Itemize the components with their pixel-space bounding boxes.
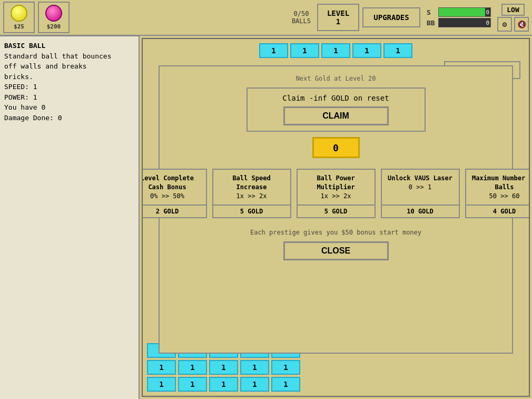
settings-area: LOW ⚙ 🔇 [497, 4, 529, 32]
bottom-brick[interactable]: 1 [147, 377, 176, 392]
bricks-top-row: 11111 [143, 39, 529, 58]
money-bar-fill [439, 8, 485, 16]
close-button[interactable]: CLOSE [283, 241, 389, 260]
ball2-price: $200 [47, 23, 61, 30]
upgrade-price-1: 5 GOLD [213, 205, 290, 217]
prestige-modal: Next Gold at Level 20 Claim -inf GOLD on… [159, 65, 513, 354]
bottom-brick[interactable]: 1 [240, 377, 269, 392]
top-brick[interactable]: 1 [259, 43, 288, 58]
ball-title: BASIC BALL [4, 41, 134, 51]
bottom-brick[interactable]: 1 [209, 377, 238, 392]
claim-box: Claim -inf GOLD on reset CLAIM [247, 87, 426, 132]
level-box: LEVEL 1 [317, 4, 359, 31]
money-row: S 0 [427, 7, 491, 17]
game-area: 11111 PRESTIGE Next Gold at Level 20 Cla… [142, 38, 530, 397]
bonus-text: Each prestige gives you $50 bonus start … [250, 229, 421, 236]
bb-label: BB [427, 19, 436, 27]
icon-row: ⚙ 🔇 [497, 17, 529, 32]
bottom-brick[interactable]: 1 [271, 377, 300, 392]
settings-icon-button[interactable]: ⚙ [497, 17, 512, 32]
sound-icon-button[interactable]: 🔇 [514, 17, 529, 32]
quality-badge: LOW [501, 4, 524, 16]
pink-ball-icon [45, 5, 62, 22]
money-bar: 0 [438, 7, 491, 17]
bb-value: 0 [486, 18, 489, 28]
top-brick[interactable]: 1 [321, 43, 350, 58]
ball-desc3: bricks. [4, 72, 134, 82]
money-label: S [427, 8, 436, 16]
bottom-brick-row-2: 11111 [147, 377, 300, 392]
balls-label: BALLS [292, 17, 311, 25]
money-area: S 0 BB 0 [427, 7, 491, 27]
yellow-ball-icon [11, 5, 27, 22]
gold-display: 0 [312, 137, 360, 158]
claim-text: Claim -inf GOLD on reset [258, 94, 414, 102]
upgrade-price-4: 4 GOLD [466, 205, 530, 217]
top-bar: $25 $200 0/50 BALLS LEVEL 1 UPGRADES S 0… [0, 0, 532, 36]
ball-damage: Damage Done: 0 [4, 113, 134, 123]
upgrade-desc-0: Level Complete Cash Bonus0% >> 50% [142, 170, 206, 205]
upgrade-card-1[interactable]: Ball Speed Increase1x >> 2x5 GOLD [212, 169, 291, 218]
ball-speed: SPEED: 1 [4, 82, 134, 92]
upgrade-desc-3: Unlock VAUS Laser0 >> 1 [385, 170, 456, 205]
bottom-brick[interactable]: 1 [178, 360, 207, 375]
bb-bar: 0 [438, 18, 491, 27]
upgrade-card-2[interactable]: Ball Power Multiplier1x >> 2x5 GOLD [297, 169, 376, 218]
upgrade-desc-4: Maximum Number of Balls50 >> 60 [466, 170, 530, 205]
bottom-brick[interactable]: 1 [209, 360, 238, 375]
upgrade-desc-1: Ball Speed Increase1x >> 2x [213, 170, 290, 205]
upgrade-desc-2: Ball Power Multiplier1x >> 2x [298, 170, 375, 205]
upgrades-row: Level Complete Cash Bonus0% >> 50%2 GOLD… [142, 163, 530, 223]
upgrades-button[interactable]: UPGRADES [362, 7, 420, 27]
upgrade-card-0[interactable]: Level Complete Cash Bonus0% >> 50%2 GOLD [142, 169, 207, 218]
bottom-brick[interactable]: 1 [147, 360, 176, 375]
upgrade-card-3[interactable]: Unlock VAUS Laser0 >> 110 GOLD [381, 169, 460, 218]
level-value: 1 [336, 17, 340, 26]
ball-count-area: 0/50 BALLS [292, 10, 311, 25]
upgrade-card-4[interactable]: Maximum Number of Balls50 >> 604 GOLD [465, 169, 530, 218]
upgrade-price-3: 10 GOLD [382, 205, 459, 217]
top-brick[interactable]: 1 [352, 43, 381, 58]
ball2-button[interactable]: $200 [38, 2, 70, 33]
ball-count: 0/50 [293, 10, 309, 17]
ball-power: POWER: 1 [4, 92, 134, 103]
bottom-brick-row-1: 11111 [147, 360, 300, 375]
ball1-button[interactable]: $25 [3, 2, 35, 33]
bottom-brick[interactable]: 1 [178, 377, 207, 392]
top-brick[interactable]: 1 [290, 43, 319, 58]
main-area: BASIC BALL Standard ball that bounces of… [0, 36, 532, 399]
ball1-price: $25 [14, 23, 24, 30]
upgrade-price-0: 2 GOLD [142, 205, 206, 217]
bottom-brick[interactable]: 1 [240, 360, 269, 375]
ball-have: You have 0 [4, 102, 134, 113]
info-panel: BASIC BALL Standard ball that bounces of… [0, 36, 140, 399]
level-label: LEVEL [327, 9, 349, 17]
upgrade-price-2: 5 GOLD [298, 205, 375, 217]
ball-desc1: Standard ball that bounces [4, 51, 134, 62]
money-value: 0 [486, 8, 489, 17]
next-gold-text: Next Gold at Level 20 [296, 75, 376, 82]
claim-button[interactable]: CLAIM [283, 106, 389, 125]
bb-row: BB 0 [427, 18, 491, 27]
bottom-brick[interactable]: 1 [271, 360, 300, 375]
top-brick[interactable]: 1 [383, 43, 412, 58]
ball-desc2: off walls and breaks [4, 61, 134, 72]
